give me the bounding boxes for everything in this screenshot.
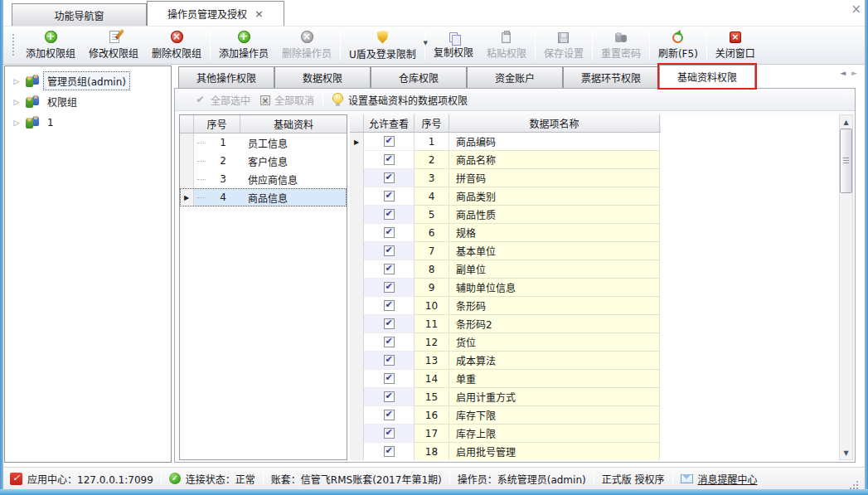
data-item-row[interactable]: ▶1商品编码 bbox=[350, 133, 661, 151]
tree-item[interactable]: ▷管理员组(admin) bbox=[5, 70, 171, 91]
data-item-row[interactable]: 8副单位 bbox=[350, 260, 661, 279]
select-all-button[interactable]: 全部选中 bbox=[194, 93, 250, 107]
toolbar-separator bbox=[210, 30, 211, 61]
tab-close-icon[interactable]: × bbox=[255, 9, 264, 19]
add-icon bbox=[45, 31, 57, 43]
allow-view-checkbox[interactable] bbox=[384, 191, 395, 201]
allow-view-checkbox[interactable] bbox=[384, 227, 395, 238]
reset-button[interactable]: 重置密码 bbox=[594, 27, 647, 64]
data-item-row[interactable]: 14单重 bbox=[350, 370, 661, 388]
message-center-link[interactable]: 消息提醒中心 bbox=[681, 472, 758, 486]
row-no-cell: 2 bbox=[415, 151, 449, 169]
no-column-header[interactable]: 序号 bbox=[194, 115, 240, 133]
set-data-item-permission-button[interactable]: 设置基础资料的数据项权限 bbox=[333, 93, 468, 107]
permission-tab[interactable]: 数据权限 bbox=[274, 66, 371, 88]
data-item-row[interactable]: 9辅助单位信息 bbox=[350, 279, 661, 297]
close-window-button[interactable]: 关闭窗口 bbox=[709, 27, 762, 64]
permission-tab[interactable]: 票据环节权限 bbox=[563, 66, 659, 88]
allow-view-checkbox[interactable] bbox=[384, 410, 395, 420]
no-column-header[interactable]: 序号 bbox=[415, 114, 449, 132]
data-item-row[interactable]: 2商品名称 bbox=[350, 151, 661, 169]
base-data-row[interactable]: 1员工信息 bbox=[180, 133, 347, 152]
base-data-row[interactable]: ▶4商品信息 bbox=[180, 188, 347, 206]
refresh-button[interactable]: 刷新(F5) bbox=[652, 27, 705, 64]
cancel-all-icon bbox=[260, 95, 270, 105]
allow-view-checkbox[interactable] bbox=[384, 282, 395, 293]
scroll-up-icon[interactable]: ▲ bbox=[840, 115, 852, 129]
permission-tab[interactable]: 基础资料权限 bbox=[659, 65, 755, 88]
allow-view-column-header[interactable]: 允许查看 bbox=[364, 114, 415, 132]
allow-view-checkbox[interactable] bbox=[384, 154, 395, 165]
toolbar-separator bbox=[706, 30, 707, 61]
document-tab[interactable]: 功能导航窗 bbox=[12, 3, 147, 26]
row-no-cell: 14 bbox=[415, 370, 449, 388]
allow-view-checkbox[interactable] bbox=[384, 300, 395, 311]
vertical-scrollbar[interactable]: ▲ ▼ bbox=[839, 114, 853, 460]
shield-button[interactable]: U盾及登录限制▼ bbox=[342, 27, 423, 64]
data-item-row[interactable]: 4商品类别 bbox=[350, 187, 661, 206]
tab-scroll-left-icon[interactable]: ◄ bbox=[840, 69, 846, 77]
data-item-row[interactable]: 10条形码 bbox=[350, 297, 661, 315]
tab-scroll-right-icon[interactable]: ► bbox=[851, 69, 857, 77]
data-item-row[interactable]: 6规格 bbox=[350, 224, 661, 242]
permission-tab[interactable]: 其他操作权限 bbox=[178, 66, 274, 88]
add-button[interactable]: 添加操作员 bbox=[212, 27, 275, 64]
data-item-row[interactable]: 12货位 bbox=[350, 333, 661, 352]
data-item-row[interactable]: 15启用计重方式 bbox=[350, 388, 661, 406]
window-close-icon[interactable]: × bbox=[851, 3, 861, 15]
row-no-cell: 13 bbox=[415, 352, 449, 370]
data-item-row[interactable]: 13成本算法 bbox=[350, 352, 661, 370]
add-button[interactable]: 添加权限组 bbox=[19, 27, 82, 64]
tree-item[interactable]: ▷1 bbox=[5, 112, 171, 133]
data-item-row[interactable]: 18启用批号管理 bbox=[350, 443, 661, 460]
cancel-all-button[interactable]: 全部取消 bbox=[260, 93, 314, 107]
data-item-row[interactable]: 16库存下限 bbox=[350, 406, 661, 425]
expand-arrow-icon[interactable]: ▷ bbox=[11, 98, 22, 106]
delete-red-button[interactable]: 删除权限组 bbox=[145, 27, 208, 64]
data-item-name-column-header[interactable]: 数据项名称 bbox=[449, 114, 660, 132]
data-item-row[interactable]: 11条形码2 bbox=[350, 315, 661, 333]
allow-view-checkbox[interactable] bbox=[384, 355, 395, 366]
allow-view-checkbox[interactable] bbox=[384, 264, 395, 274]
toolbar-separator bbox=[535, 30, 536, 61]
allow-view-checkbox[interactable] bbox=[384, 428, 395, 439]
base-data-row[interactable]: 3供应商信息 bbox=[180, 170, 347, 188]
allow-view-checkbox[interactable] bbox=[384, 337, 395, 347]
permission-tab[interactable]: 仓库权限 bbox=[371, 66, 467, 88]
data-item-name-cell: 单重 bbox=[449, 370, 660, 388]
tree-item-label: 管理员组(admin) bbox=[44, 72, 129, 90]
permission-tab[interactable]: 资金账户 bbox=[467, 66, 563, 88]
scroll-down-icon[interactable]: ▼ bbox=[840, 446, 852, 459]
allow-view-checkbox[interactable] bbox=[384, 391, 395, 402]
document-tab[interactable]: 操作员管理及授权× bbox=[147, 1, 284, 26]
delete-gray-button[interactable]: 删除操作员 bbox=[275, 27, 338, 64]
allow-view-checkbox[interactable] bbox=[384, 245, 395, 256]
edit-button[interactable]: 修改权限组 bbox=[82, 27, 145, 64]
data-item-row[interactable]: 5商品性质 bbox=[350, 206, 661, 224]
base-data-column-header[interactable]: 基础资料 bbox=[240, 115, 347, 133]
toolbar-separator bbox=[592, 30, 593, 61]
scrollbar-thumb[interactable] bbox=[840, 129, 852, 193]
data-item-row[interactable]: 17库存上限 bbox=[350, 425, 661, 443]
expand-arrow-icon[interactable]: ▷ bbox=[11, 77, 22, 85]
row-indicator-cell bbox=[350, 333, 364, 352]
toolbar-separator bbox=[649, 30, 650, 61]
data-item-row[interactable]: 7基本单位 bbox=[350, 242, 661, 260]
tree-item[interactable]: ▷权限组 bbox=[5, 91, 171, 112]
expand-arrow-icon[interactable]: ▷ bbox=[11, 119, 22, 127]
allow-view-checkbox[interactable] bbox=[384, 446, 395, 457]
copy-button[interactable]: 复制权限 bbox=[427, 27, 480, 64]
allow-view-checkbox[interactable] bbox=[384, 318, 395, 329]
save-button[interactable]: 保存设置 bbox=[537, 27, 590, 64]
allow-view-checkbox[interactable] bbox=[384, 136, 395, 147]
base-data-row[interactable]: 2客户信息 bbox=[180, 152, 347, 170]
allow-view-checkbox[interactable] bbox=[384, 209, 395, 220]
data-item-row[interactable]: 3拼音码 bbox=[350, 169, 661, 187]
allow-view-cell bbox=[364, 406, 415, 425]
resize-grip[interactable] bbox=[849, 480, 858, 489]
row-indicator-cell bbox=[350, 206, 364, 224]
paste-button[interactable]: 粘贴权限 bbox=[480, 27, 533, 64]
paste-icon bbox=[502, 32, 511, 43]
allow-view-checkbox[interactable] bbox=[384, 172, 395, 183]
allow-view-checkbox[interactable] bbox=[384, 373, 395, 384]
